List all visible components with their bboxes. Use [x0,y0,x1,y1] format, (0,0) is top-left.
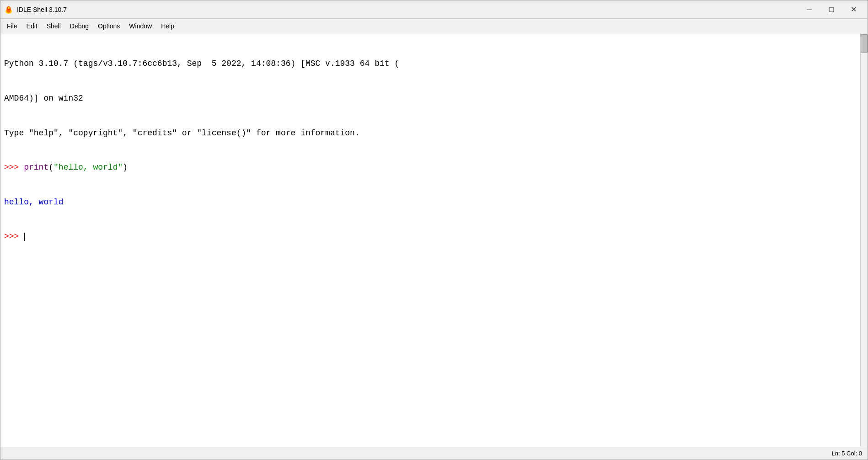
menu-edit[interactable]: Edit [22,21,42,32]
menu-bar: File Edit Shell Debug Options Window Hel… [0,19,868,33]
menu-debug[interactable]: Debug [65,21,93,32]
print-keyword: print [24,163,48,172]
banner-line3: Type "help", "copyright", "credits" or "… [4,128,857,139]
banner-line1: Python 3.10.7 (tags/v3.10.7:6cc6b13, Sep… [4,58,857,70]
prompt2: >>> [4,232,24,241]
paren-close: ) [123,163,128,172]
string-arg: "hello, world" [54,163,123,172]
menu-file[interactable]: File [2,21,22,32]
title-bar-left: IDLE Shell 3.10.7 [4,5,67,14]
output-line: hello, world [4,197,857,208]
svg-point-3 [8,6,10,9]
title-bar: IDLE Shell 3.10.7 ─ □ ✕ [0,0,868,19]
idle-window: IDLE Shell 3.10.7 ─ □ ✕ File Edit Shell … [0,0,868,460]
status-bar: Ln: 5 Col: 0 [0,447,868,460]
scrollbar-thumb[interactable] [861,34,868,53]
app-icon [4,5,13,14]
cursor-position: Ln: 5 Col: 0 [832,450,863,457]
banner-line2: AMD64)] on win32 [4,93,857,104]
next-prompt-line: >>> [4,231,857,242]
maximize-button[interactable]: □ [821,2,842,17]
paren-open: ( [48,163,54,172]
shell-output: Python 3.10.7 (tags/v3.10.7:6cc6b13, Sep… [0,35,860,266]
shell-content: Python 3.10.7 (tags/v3.10.7:6cc6b13, Sep… [0,33,868,447]
cursor [24,233,25,241]
vertical-scrollbar[interactable] [860,33,868,447]
menu-options[interactable]: Options [93,21,124,32]
window-title: IDLE Shell 3.10.7 [17,6,67,13]
shell-main[interactable]: Python 3.10.7 (tags/v3.10.7:6cc6b13, Sep… [0,33,860,447]
minimize-button[interactable]: ─ [799,2,820,17]
menu-help[interactable]: Help [156,21,179,32]
prompt1: >>> [4,163,24,172]
title-bar-buttons: ─ □ ✕ [799,2,864,17]
command-line: >>> print("hello, world") [4,162,857,173]
menu-window[interactable]: Window [124,21,156,32]
menu-shell[interactable]: Shell [42,21,65,32]
close-button[interactable]: ✕ [843,2,864,17]
